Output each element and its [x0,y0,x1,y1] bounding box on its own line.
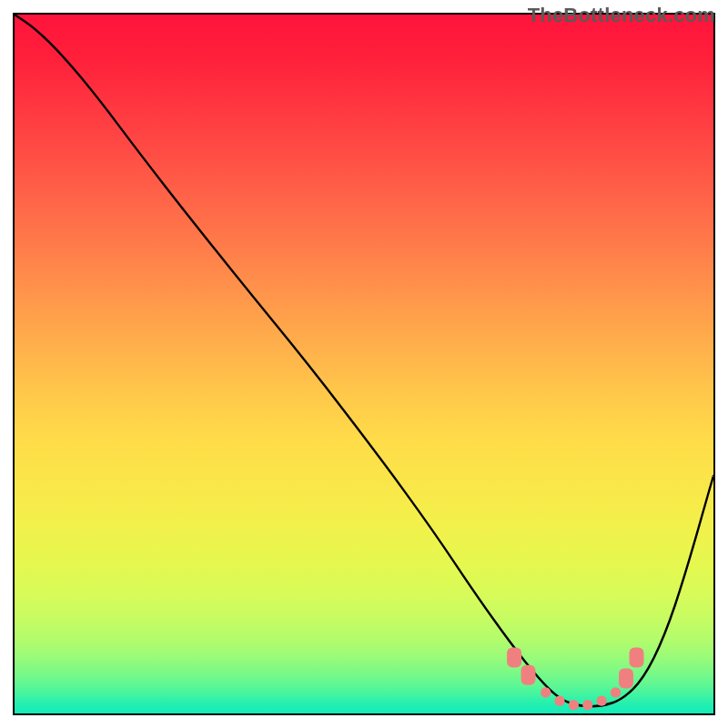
highlight-marker [582,700,592,710]
highlight-marker [597,696,607,706]
highlight-marker [507,648,521,668]
highlight-marker [555,696,565,706]
highlight-marker [619,669,633,689]
highlight-marker [630,648,644,668]
watermark-text: TheBottleneck.com [528,4,715,27]
highlight-marker [611,688,621,698]
highlight-marker [541,688,551,698]
highlight-markers [15,15,713,713]
chart-frame [13,13,715,715]
highlight-marker [521,665,536,685]
highlight-marker [569,700,579,710]
